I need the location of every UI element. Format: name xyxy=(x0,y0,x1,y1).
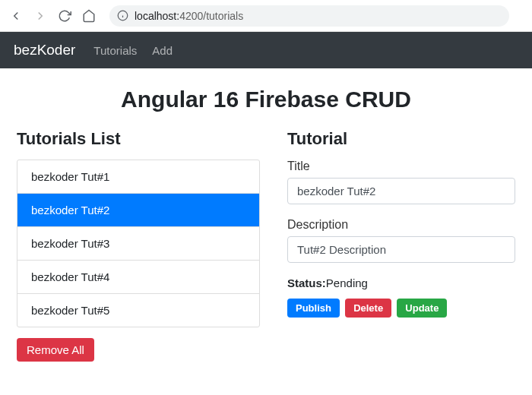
home-button[interactable] xyxy=(81,8,97,24)
forward-button[interactable] xyxy=(32,8,49,24)
title-input[interactable] xyxy=(287,178,515,204)
tutorial-detail-section: Tutorial Title Description Status:Pendin… xyxy=(287,129,515,362)
list-item[interactable]: bezkoder Tut#5 xyxy=(17,294,259,327)
brand[interactable]: bezKoder xyxy=(14,42,75,58)
update-button[interactable]: Update xyxy=(397,299,447,318)
list-item[interactable]: bezkoder Tut#4 xyxy=(17,261,259,294)
app-navbar: bezKoder Tutorials Add xyxy=(0,32,532,68)
tutorials-list: bezkoder Tut#1 bezkoder Tut#2 bezkoder T… xyxy=(17,160,260,327)
description-input[interactable] xyxy=(287,236,515,263)
status-row: Status:Pending xyxy=(287,276,515,289)
back-button[interactable] xyxy=(8,8,24,24)
publish-button[interactable]: Publish xyxy=(287,299,340,318)
address-bar[interactable]: localhost:4200/tutorials xyxy=(109,5,509,27)
delete-button[interactable]: Delete xyxy=(345,299,391,318)
info-icon xyxy=(117,10,128,21)
nav-link-add[interactable]: Add xyxy=(152,44,173,57)
title-label: Title xyxy=(287,160,515,173)
detail-heading: Tutorial xyxy=(287,129,515,149)
status-value: Pending xyxy=(326,276,368,289)
list-heading: Tutorials List xyxy=(17,129,260,149)
nav-link-tutorials[interactable]: Tutorials xyxy=(93,44,137,57)
list-item[interactable]: bezkoder Tut#2 xyxy=(17,194,259,227)
page-title: Angular 16 Firebase CRUD xyxy=(17,87,515,112)
list-item[interactable]: bezkoder Tut#3 xyxy=(17,227,259,261)
status-label: Status: xyxy=(287,276,326,289)
url-text: localhost:4200/tutorials xyxy=(135,10,243,22)
list-item[interactable]: bezkoder Tut#1 xyxy=(17,160,259,194)
page-content: Angular 16 Firebase CRUD Tutorials List … xyxy=(0,68,532,375)
tutorials-list-section: Tutorials List bezkoder Tut#1 bezkoder T… xyxy=(17,129,260,362)
browser-toolbar: localhost:4200/tutorials xyxy=(0,0,532,32)
reload-button[interactable] xyxy=(56,8,73,24)
description-label: Description xyxy=(287,218,515,232)
remove-all-button[interactable]: Remove All xyxy=(17,338,94,362)
